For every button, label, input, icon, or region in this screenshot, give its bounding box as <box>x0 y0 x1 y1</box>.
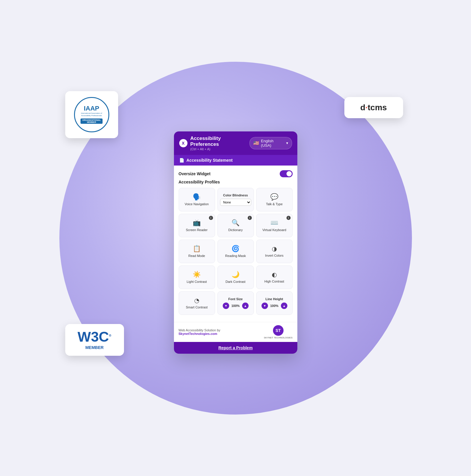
color-blindness-label: Color Blindness <box>223 193 248 197</box>
iaap-org-label: ORGANIZATIONALMEMBER <box>81 118 103 124</box>
dictionary-card[interactable]: i 🔍 Dictionary <box>217 214 254 237</box>
dictionary-info[interactable]: i <box>248 216 252 220</box>
skynet-circle-icon: ST <box>273 325 284 336</box>
oversize-widget-row: Oversize Widget <box>179 170 293 177</box>
panel-title: Accessibility Preferences <box>190 136 250 147</box>
bottom-features-row: ◔ Smart Contrast Font Size ▾ 100% ▴ Line… <box>179 291 293 315</box>
talk-and-type-label: Talk & Type <box>266 202 283 206</box>
background-circle: IAAP International Association of Access… <box>59 62 412 415</box>
line-height-controls: ▾ 100% ▴ <box>262 303 287 309</box>
chevron-down-icon: ▾ <box>286 141 288 145</box>
iaap-subtitle: International Association of Accessibili… <box>78 112 105 117</box>
reading-mask-card[interactable]: 🌀 Reading Mask <box>217 240 254 263</box>
panel-subtitle: (Ctrl + Alt + A) <box>190 147 250 151</box>
color-blindness-card[interactable]: Color Blindness None Protanopia Deuteran… <box>217 188 254 211</box>
read-mode-icon: 📋 <box>193 245 201 253</box>
screen-reader-card[interactable]: i 📺 Screen Reader <box>179 214 215 237</box>
virtual-keyboard-card[interactable]: i ⌨️ Virtual Keyboard <box>256 214 293 237</box>
lang-flag: 🇺🇸 <box>253 140 259 146</box>
statement-label: Accessibility Statement <box>187 158 233 163</box>
accessibility-panel: X Accessibility Preferences (Ctrl + Alt … <box>174 131 297 354</box>
reading-mask-label: Reading Mask <box>225 254 246 258</box>
accessibility-statement-bar[interactable]: 📄 Accessibility Statement <box>174 155 297 166</box>
oversize-widget-label: Oversize Widget <box>179 171 211 176</box>
dark-contrast-icon: 🌙 <box>232 271 239 278</box>
color-blindness-select[interactable]: None Protanopia Deuteranopia Tritanopia <box>220 199 251 206</box>
panel-header: X Accessibility Preferences (Ctrl + Alt … <box>174 131 297 155</box>
font-size-decrease-button[interactable]: ▾ <box>223 303 229 309</box>
voice-navigation-label: Voice Navigation <box>185 202 209 206</box>
voice-navigation-icon: 🗣️ <box>193 193 201 201</box>
screen-reader-icon: 📺 <box>193 219 201 227</box>
w3c-card: W3C® MEMBER <box>65 324 124 356</box>
features-grid: i 📺 Screen Reader i 🔍 Dictionary i ⌨️ Vi… <box>179 214 293 289</box>
panel-footer: Web Accessibility Solution by SkynetTech… <box>174 322 297 342</box>
footer-text: Web Accessibility Solution by SkynetTech… <box>179 328 220 335</box>
w3c-member-label: MEMBER <box>85 345 103 350</box>
close-button[interactable]: X <box>179 139 187 147</box>
w3c-logo: W3C® <box>78 330 111 344</box>
screen-reader-info[interactable]: i <box>209 216 213 220</box>
top-features-row: 🗣️ Voice Navigation Color Blindness None… <box>179 188 293 211</box>
lang-label: English (USA) <box>261 139 284 148</box>
line-height-value: 100% <box>269 304 280 308</box>
line-height-decrease-button[interactable]: ▾ <box>262 303 268 309</box>
language-selector[interactable]: 🇺🇸 English (USA) ▾ <box>249 137 292 149</box>
line-height-label: Line Height <box>266 297 283 301</box>
skynet-link[interactable]: SkynetTechnologies.com <box>179 332 217 335</box>
line-height-card: Line Height ▾ 100% ▴ <box>256 291 293 315</box>
smart-contrast-label: Smart Contrast <box>186 305 208 309</box>
reading-mask-icon: 🌀 <box>232 245 239 253</box>
invert-colors-label: Invert Colors <box>265 254 283 257</box>
invert-colors-icon: ◑ <box>272 245 277 252</box>
dotcms-logo: d·tcms <box>360 103 387 112</box>
read-mode-label: Read Mode <box>188 254 205 258</box>
skynet-text: SKYNET TECHNOLOGIES <box>264 336 293 339</box>
smart-contrast-card[interactable]: ◔ Smart Contrast <box>179 291 215 315</box>
talk-and-type-card[interactable]: 💬 Talk & Type <box>256 188 293 211</box>
font-size-card: Font Size ▾ 100% ▴ <box>217 291 254 315</box>
talk-and-type-icon: 💬 <box>270 193 278 201</box>
oversize-widget-toggle[interactable] <box>280 170 293 177</box>
light-contrast-card[interactable]: ☀️ Light Contrast <box>179 265 215 289</box>
screen-reader-label: Screen Reader <box>186 228 208 232</box>
statement-icon: 📄 <box>179 158 184 163</box>
panel-body: Oversize Widget Accessibility Profiles 🗣… <box>174 166 297 322</box>
font-size-label: Font Size <box>228 297 243 301</box>
voice-navigation-card[interactable]: 🗣️ Voice Navigation <box>179 188 215 211</box>
report-problem-button[interactable]: Report a Problem <box>174 342 297 354</box>
font-size-value: 100% <box>230 304 241 308</box>
dark-contrast-label: Dark Contrast <box>226 280 246 283</box>
light-contrast-icon: ☀️ <box>193 271 201 278</box>
font-size-controls: ▾ 100% ▴ <box>223 303 249 309</box>
virtual-keyboard-label: Virtual Keyboard <box>262 228 286 232</box>
line-height-increase-button[interactable]: ▴ <box>281 303 287 309</box>
light-contrast-label: Light Contrast <box>187 280 207 283</box>
iaap-card: IAAP International Association of Access… <box>65 91 118 138</box>
high-contrast-card[interactable]: ◐ High Contrast <box>256 265 293 289</box>
dark-contrast-card[interactable]: 🌙 Dark Contrast <box>217 265 254 289</box>
font-size-increase-button[interactable]: ▴ <box>242 303 249 309</box>
dictionary-icon: 🔍 <box>232 219 239 227</box>
high-contrast-label: High Contrast <box>264 280 284 283</box>
virtual-keyboard-info[interactable]: i <box>286 216 291 220</box>
dictionary-label: Dictionary <box>228 228 243 232</box>
dotcms-card: d·tcms <box>344 97 403 118</box>
high-contrast-icon: ◐ <box>272 271 277 278</box>
virtual-keyboard-icon: ⌨️ <box>270 219 278 227</box>
read-mode-card[interactable]: 📋 Read Mode <box>179 240 215 263</box>
profiles-label: Accessibility Profiles <box>179 180 293 184</box>
iaap-logo-text: IAAP <box>84 105 99 112</box>
invert-colors-card[interactable]: ◑ Invert Colors <box>256 240 293 263</box>
skynet-logo: ST SKYNET TECHNOLOGIES <box>264 325 293 339</box>
smart-contrast-icon: ◔ <box>194 297 199 304</box>
